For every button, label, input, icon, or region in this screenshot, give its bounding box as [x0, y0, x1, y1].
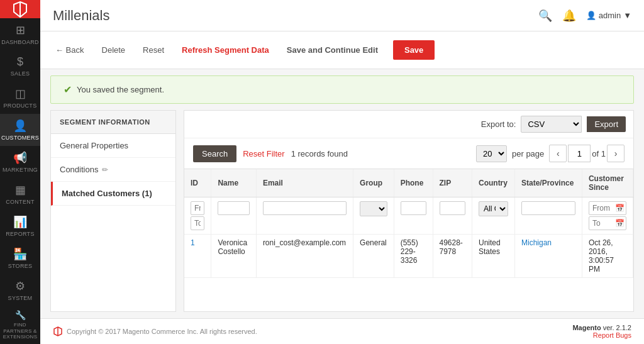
col-header-since: Customer Since	[582, 169, 633, 197]
state-link[interactable]: Michigan	[521, 238, 552, 247]
conditions-label: Conditions	[60, 165, 98, 174]
phone-filter-input[interactable]	[401, 201, 426, 215]
col-header-country: Country	[472, 169, 514, 197]
export-format-select[interactable]: CSV Excel XML	[521, 116, 582, 133]
customers-table: ID Name Email Group Phone ZIP Country St…	[184, 169, 633, 278]
next-page-button[interactable]: ›	[607, 145, 625, 162]
topbar: Millenials 🔍 🔔 👤 admin ▼	[40, 0, 644, 31]
id-from-input[interactable]	[191, 201, 204, 215]
pagination-controls: 20 30 50 per page ‹ of 1 ›	[476, 145, 625, 162]
prev-page-button[interactable]: ‹	[549, 145, 567, 162]
user-icon: 👤	[586, 11, 596, 20]
success-text: You saved the segment.	[77, 85, 164, 94]
sidebar-item-label: CUSTOMERS	[1, 135, 39, 141]
sidebar-item-system[interactable]: ⚙ SYSTEM	[0, 274, 40, 306]
table-toolbar: Search Reset Filter 1 records found 20 3…	[184, 138, 633, 169]
sidebar-item-label: REPORTS	[6, 231, 34, 237]
id-to-input[interactable]	[191, 216, 204, 230]
filter-since: 📅 📅	[582, 197, 633, 235]
sidebar-item-extensions[interactable]: 🔧 FIND PARTNERS & EXTENSIONS	[0, 306, 40, 344]
sidebar-item-label: SYSTEM	[8, 295, 33, 301]
admin-user-menu[interactable]: 👤 admin ▼	[586, 11, 631, 20]
caret-icon: ▼	[623, 11, 631, 20]
name-filter-input[interactable]	[218, 201, 250, 215]
sidebar-item-reports[interactable]: 📊 REPORTS	[0, 210, 40, 242]
delete-button[interactable]: Delete	[99, 42, 128, 58]
cell-name: Veronica Costello	[211, 235, 257, 278]
per-page-label: per page	[512, 149, 544, 158]
check-icon: ✔	[64, 84, 72, 96]
save-button[interactable]: Save	[393, 40, 435, 60]
footer-right: Magento ver. 2.1.2 Report Bugs	[572, 324, 631, 339]
export-button[interactable]: Export	[587, 116, 626, 132]
filter-id	[184, 197, 211, 235]
filter-phone	[394, 197, 433, 235]
refresh-segment-button[interactable]: Refresh Segment Data	[179, 42, 272, 58]
footer: Copyright © 2017 Magento Commerce Inc. A…	[40, 318, 644, 344]
main-content: Millenials 🔍 🔔 👤 admin ▼ ← Back Delete R…	[40, 0, 644, 344]
sidebar-item-label: SALES	[11, 70, 30, 77]
country-filter-select[interactable]: All Cou...	[479, 201, 508, 216]
table-scroll-area: ID Name Email Group Phone ZIP Country St…	[184, 169, 633, 311]
group-filter-select[interactable]: General	[360, 201, 387, 216]
zip-filter-input[interactable]	[440, 201, 465, 215]
report-bugs-link[interactable]: Report Bugs	[593, 331, 631, 339]
filter-country: All Cou...	[472, 197, 514, 235]
footer-version: ver. 2.1.2	[603, 324, 631, 331]
search-button[interactable]: Search	[193, 145, 236, 162]
action-toolbar: ← Back Delete Reset Refresh Segment Data…	[40, 31, 644, 69]
customer-id-link[interactable]: 1	[191, 238, 195, 247]
sidebar-item-customers[interactable]: 👤 CUSTOMERS	[0, 114, 40, 146]
calendar-from-icon[interactable]: 📅	[615, 204, 625, 213]
conditions-edit-icon[interactable]: ✏	[102, 165, 108, 174]
table-row: 1 Veronica Costello roni_cost@example.co…	[184, 235, 633, 278]
cell-id: 1	[184, 235, 211, 278]
reset-button[interactable]: Reset	[140, 42, 167, 58]
cell-since: Oct 26, 2016, 3:00:57 PM	[582, 235, 633, 278]
table-header-row: ID Name Email Group Phone ZIP Country St…	[184, 169, 633, 197]
footer-copyright: Copyright © 2017 Magento Commerce Inc. A…	[67, 328, 257, 335]
content-icon: ▦	[15, 183, 26, 197]
notification-icon[interactable]: 🔔	[562, 9, 576, 23]
menu-item-conditions[interactable]: Conditions ✏	[51, 158, 175, 182]
admin-label: admin	[599, 11, 621, 20]
segment-info-title: SEGMENT INFORMATION	[51, 111, 175, 134]
col-header-name: Name	[211, 169, 257, 197]
sidebar-item-products[interactable]: ◫ PRODUCTS	[0, 82, 40, 114]
sidebar-logo[interactable]	[0, 0, 40, 18]
left-panel: SEGMENT INFORMATION General Properties C…	[50, 110, 176, 312]
products-icon: ◫	[15, 87, 26, 101]
email-filter-input[interactable]	[263, 201, 347, 215]
search-icon[interactable]: 🔍	[538, 9, 552, 23]
col-header-id: ID	[184, 169, 211, 197]
sidebar-item-content[interactable]: ▦ CONTENT	[0, 178, 40, 210]
page-number-input[interactable]	[568, 145, 591, 162]
menu-item-matched-customers[interactable]: Matched Customers (1)	[51, 182, 175, 206]
sidebar-item-sales[interactable]: $ SALES	[0, 50, 40, 82]
dashboard-icon: ⊞	[16, 23, 25, 37]
calendar-to-icon[interactable]: 📅	[615, 219, 625, 228]
cell-state: Michigan	[514, 235, 582, 278]
footer-brand: Magento	[572, 324, 601, 331]
extensions-icon: 🔧	[15, 310, 26, 320]
pagination-nav: ‹ of 1 ›	[549, 145, 625, 162]
save-continue-button[interactable]: Save and Continue Edit	[284, 42, 380, 58]
sidebar-item-marketing[interactable]: 📢 MARKETING	[0, 146, 40, 178]
sidebar-item-dashboard[interactable]: ⊞ DASHBOARD	[0, 18, 40, 50]
per-page-select[interactable]: 20 30 50	[476, 145, 507, 162]
matched-customers-label: Matched Customers (1)	[62, 189, 152, 198]
filter-zip	[433, 197, 472, 235]
menu-item-general[interactable]: General Properties	[51, 134, 175, 158]
reset-filter-button[interactable]: Reset Filter	[243, 149, 284, 158]
sidebar-item-label: PRODUCTS	[4, 103, 37, 109]
sidebar-item-label: DASHBOARD	[1, 39, 39, 45]
magento-footer-logo	[53, 326, 63, 336]
export-label: Export to:	[481, 119, 516, 129]
general-properties-label: General Properties	[60, 141, 128, 150]
sidebar-item-stores[interactable]: 🏪 STORES	[0, 242, 40, 274]
sidebar-item-label: STORES	[8, 263, 33, 269]
state-filter-input[interactable]	[521, 201, 575, 215]
back-button[interactable]: ← Back	[53, 42, 87, 58]
footer-logo: Copyright © 2017 Magento Commerce Inc. A…	[53, 326, 257, 336]
customers-icon: 👤	[13, 119, 27, 133]
